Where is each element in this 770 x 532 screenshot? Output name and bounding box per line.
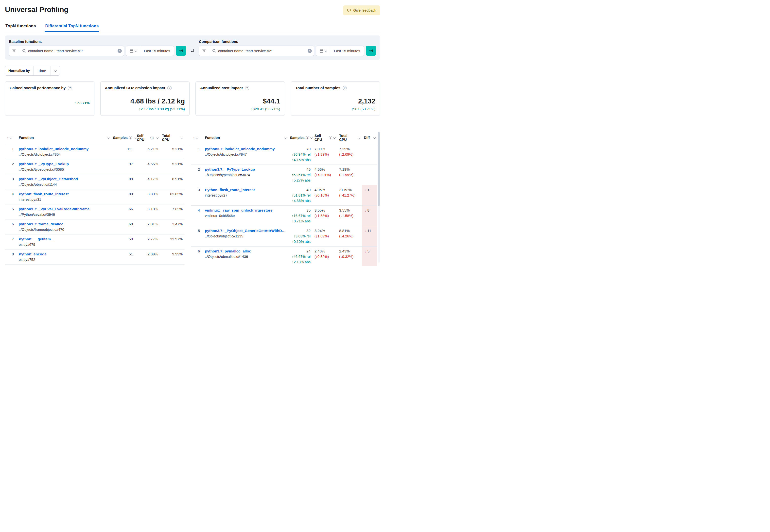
function-link[interactable]: python3.7: _PyObject_GenericGetAttrWithD… (205, 228, 286, 233)
baseline-query-input[interactable]: container.name : "cart-service-v1" (28, 49, 115, 53)
samples-value: 45 (290, 167, 310, 172)
comparison-refresh-button[interactable] (366, 46, 376, 56)
samples-abs-change: ↑4.36% abs (290, 198, 310, 203)
baseline-table: ↑ Function Samplesi Self CPUi Total CPU … (5, 132, 185, 266)
help-icon[interactable]: ? (245, 86, 249, 90)
samples-abs-change: ↑5.27% abs (290, 178, 310, 183)
chevron-down-icon[interactable] (196, 136, 198, 139)
tab-topn-functions[interactable]: TopN functions (5, 21, 36, 32)
total-cpu-cell: 32.97% (160, 234, 185, 249)
search-icon (22, 49, 26, 53)
self-cpu-cell: 5.21% (135, 144, 160, 159)
column-header-function[interactable]: Function (17, 132, 111, 144)
rank-down-icon: ↓ (364, 188, 366, 192)
self-cpu-delta: (↓1.58%) (314, 213, 335, 218)
column-header-total-cpu[interactable]: Total CPU (337, 132, 362, 144)
baseline-calendar-button[interactable] (126, 46, 140, 56)
function-source: ../Objects/obmalloc.c#1436 (205, 254, 286, 259)
comparison-date-picker: Last 15 minutes (316, 46, 364, 56)
help-icon[interactable]: ? (167, 86, 171, 90)
baseline-refresh-button[interactable] (176, 46, 186, 56)
comparison-filter-button[interactable] (199, 46, 209, 56)
samples-abs-change: ↑2.13% abs (290, 259, 310, 265)
baseline-time-range[interactable]: Last 15 minutes (140, 46, 174, 56)
function-link[interactable]: python3.7: lookdict_unicode_nodummy (19, 146, 109, 152)
table-scrollbar[interactable] (377, 132, 380, 263)
self-cpu-delta: (↓1.89%) (314, 152, 335, 157)
column-header-function[interactable]: Function (203, 132, 288, 144)
rank-cell: 4 (5, 189, 17, 204)
samples-value: 32 (290, 228, 310, 233)
sort-ascending-icon[interactable]: ↑ (193, 136, 195, 140)
samples-cell: 35↑16.67% rel↑0.71% abs (288, 206, 312, 226)
give-feedback-button[interactable]: Give feedback (343, 5, 380, 15)
function-link[interactable]: python3.7: lookdict_unicode_nodummy (205, 146, 286, 152)
function-cell: Python: encodeos.py#752 (17, 249, 111, 265)
function-link[interactable]: python3.7: _PyObject_GetMethod (19, 176, 109, 182)
samples-rel-change: ↑53.61% rel (290, 172, 310, 178)
function-link[interactable]: Python: __getitem__ (19, 236, 109, 242)
normalize-by-value[interactable]: Time (33, 66, 51, 75)
function-link[interactable]: python3.7: pymalloc_alloc (205, 249, 286, 254)
samples-value: 35 (290, 208, 310, 213)
rank-cell: 7 (5, 234, 17, 249)
chevron-down-icon[interactable] (10, 136, 12, 139)
swap-queries-button[interactable] (188, 46, 197, 56)
comparison-table-row: 5python3.7: _PyObject_GenericGetAttrWith… (191, 226, 377, 247)
function-source: ../Objects/frameobject.c#470 (19, 227, 109, 232)
function-cell: vmlinux: _raw_spin_unlock_irqrestorevmli… (203, 206, 288, 226)
total-samples-value: 2,132 (295, 98, 375, 105)
comparison-clear-query-button[interactable]: ✕ (305, 46, 314, 56)
function-link[interactable]: python3.7: _PyEval_EvalCodeWithName (19, 206, 109, 212)
help-icon[interactable]: ? (68, 86, 72, 90)
function-link[interactable]: python3.7: _PyType_Lookup (205, 167, 286, 172)
total-cpu-cell: 7.19%(↓1.99%) (337, 165, 362, 185)
sort-ascending-icon[interactable]: ↑ (7, 136, 9, 140)
total-cpu-cell: 7.65% (160, 204, 185, 219)
function-link[interactable]: python3.7: frame_dealloc (19, 221, 109, 227)
function-link[interactable]: python3.7: _PyType_Lookup (19, 161, 109, 167)
function-link[interactable]: vmlinux: _raw_spin_unlock_irqrestore (205, 208, 286, 213)
scrollbar-thumb[interactable] (378, 132, 380, 206)
help-icon[interactable]: ? (342, 86, 347, 90)
function-source: ../Objects/typeobject.c#3074 (205, 172, 286, 178)
info-icon: i (306, 136, 309, 139)
self-cpu-cell: 2.81% (135, 219, 160, 234)
column-header-diff[interactable]: Diff (362, 132, 377, 144)
search-icon (212, 49, 216, 53)
baseline-table-row: 5python3.7: _PyEval_EvalCodeWithName../P… (5, 204, 185, 219)
baseline-clear-query-button[interactable]: ✕ (115, 46, 124, 56)
column-header-samples[interactable]: Samplesi (288, 132, 312, 144)
comparison-time-range[interactable]: Last 15 minutes (330, 46, 364, 56)
total-cpu-value: 8.81% (339, 228, 360, 233)
comparison-table-row: 1python3.7: lookdict_unicode_nodummy../O… (191, 144, 377, 165)
comparison-calendar-button[interactable] (316, 46, 330, 56)
samples-rel-change: ↑36.94% rel (290, 152, 310, 157)
column-header-total-cpu[interactable]: Total CPU (160, 132, 185, 144)
function-cell: python3.7: _PyObject_GenericGetAttrWithD… (203, 226, 288, 247)
baseline-table-row: 1python3.7: lookdict_unicode_nodummy../O… (5, 144, 185, 159)
function-link[interactable]: Python: flask_route_interest (205, 187, 286, 193)
samples-cell: 24↑46.67% rel↑2.13% abs (288, 247, 312, 266)
clear-icon: ✕ (118, 49, 122, 53)
chevron-down-icon (107, 136, 109, 139)
tab-differential-topn-functions[interactable]: Differential TopN functions (45, 21, 99, 32)
column-header-self-cpu[interactable]: Self CPUi (312, 132, 337, 144)
baseline-filter-button[interactable] (9, 46, 19, 56)
self-cpu-cell: 2.39% (135, 249, 160, 265)
rank-cell: 9 (5, 265, 17, 266)
comparison-query-input[interactable]: container.name :"cart-service-v2" (218, 49, 305, 53)
column-header-samples[interactable]: Samplesi (111, 132, 135, 144)
total-cpu-cell: 9.99% (160, 249, 185, 265)
comparison-table: ↑ Function Samplesi Self CPUi Total CPU … (191, 132, 380, 266)
normalize-row: Normalize by Time (5, 66, 380, 75)
normalize-by-dropdown[interactable] (51, 66, 60, 75)
top-bar: Universal Profiling Give feedback (5, 0, 380, 15)
samples-rel-change: ↑3.03% rel (290, 233, 310, 239)
function-link[interactable]: Python: flask_route_interest (19, 191, 109, 197)
column-header-self-cpu[interactable]: Self CPUi (135, 132, 160, 144)
chevron-down-icon (156, 136, 158, 139)
summary-cards: Gained overall performance by ? ↑53.71% … (5, 81, 380, 116)
function-link[interactable]: Python: encode (19, 251, 109, 257)
info-icon: i (329, 136, 332, 139)
